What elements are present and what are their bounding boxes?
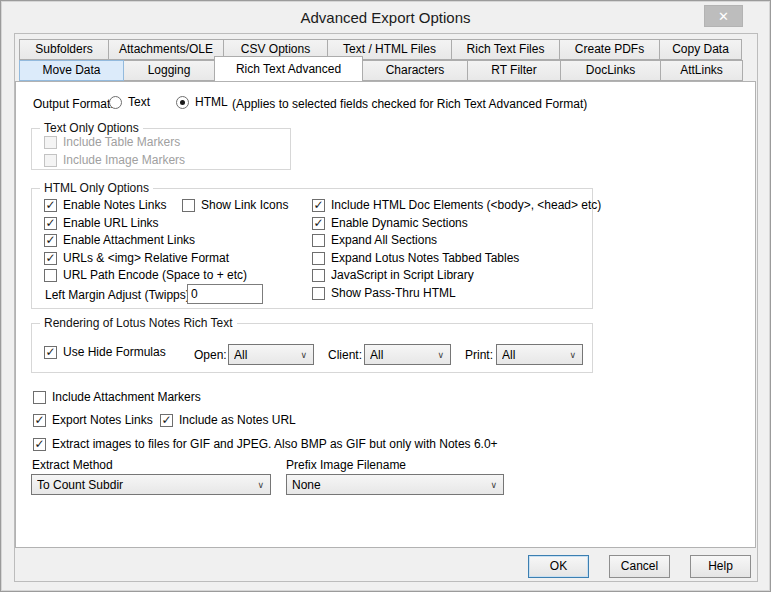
checkbox-expand-all-sections[interactable]: ✓ Expand All Sections — [312, 233, 437, 247]
tab-copy-data[interactable]: Copy Data — [659, 39, 742, 60]
checkbox-javascript-in-script-library[interactable]: ✓ JavaScript in Script Library — [312, 268, 474, 282]
checkbox-url-path-encode[interactable]: ✓ URL Path Encode (Space to + etc) — [44, 268, 247, 282]
checkbox-include-html-doc-elements[interactable]: ✓ Include HTML Doc Elements (<body>, <he… — [312, 198, 601, 212]
prefix-image-filename-dropdown[interactable]: None ∨ — [286, 474, 504, 495]
chevron-down-icon: ∨ — [294, 350, 313, 360]
radio-output-html[interactable]: HTML — [176, 95, 228, 109]
checkbox-extract-images[interactable]: ✓ Extract images to files for GIF and JP… — [33, 437, 498, 451]
dialog-title: Advanced Export Options — [1, 9, 770, 26]
chevron-down-icon: ∨ — [563, 350, 582, 360]
checkbox-include-attachment-markers[interactable]: ✓ Include Attachment Markers — [33, 390, 201, 404]
checkbox-icon: ✓ — [44, 234, 57, 247]
advanced-export-options-dialog: Advanced Export Options ✕ Subfolders Att… — [0, 0, 771, 592]
checkbox-label: Enable Attachment Links — [63, 233, 195, 247]
dropdown-value: All — [502, 348, 563, 362]
open-label: Open: — [194, 348, 227, 362]
tab-rt-filter[interactable]: RT Filter — [467, 60, 561, 81]
checkbox-label: Enable URL Links — [63, 216, 159, 230]
checkbox-icon: ✓ — [182, 199, 195, 212]
check-icon: ✓ — [161, 414, 171, 426]
extract-method-dropdown[interactable]: To Count Subdir ∨ — [31, 474, 271, 495]
chevron-down-icon: ∨ — [251, 480, 270, 490]
close-button[interactable]: ✕ — [704, 5, 743, 27]
checkbox-enable-notes-links[interactable]: ✓ Enable Notes Links — [44, 198, 166, 212]
check-icon: ✓ — [45, 217, 55, 229]
extract-method-label: Extract Method — [32, 458, 113, 472]
checkbox-enable-dynamic-sections[interactable]: ✓ Enable Dynamic Sections — [312, 216, 468, 230]
checkbox-icon: ✓ — [33, 391, 46, 404]
prefix-image-filename-label: Prefix Image Filename — [286, 458, 406, 472]
checkbox-label: Expand All Sections — [331, 233, 437, 247]
tab-rich-text-advanced[interactable]: Rich Text Advanced — [214, 56, 363, 82]
check-icon: ✓ — [34, 438, 44, 450]
tab-attlinks[interactable]: AttLinks — [660, 60, 743, 81]
output-format-label: Output Format: — [33, 97, 114, 111]
tab-page-rich-text-advanced: Output Format: Text HTML (Applies to sel… — [15, 81, 756, 548]
checkbox-label: Show Pass-Thru HTML — [331, 286, 456, 300]
tab-doclinks[interactable]: DocLinks — [560, 60, 661, 81]
check-icon: ✓ — [313, 217, 323, 229]
tab-move-data[interactable]: Move Data — [19, 60, 124, 81]
checkbox-expand-lotus-notes-tabbed-tables[interactable]: ✓ Expand Lotus Notes Tabbed Tables — [312, 251, 519, 265]
checkbox-icon: ✓ — [312, 199, 325, 212]
checkbox-label: JavaScript in Script Library — [331, 268, 474, 282]
client-label: Client: — [328, 348, 362, 362]
group-rendering-rich-text: Rendering of Lotus Notes Rich Text ✓ Use… — [31, 323, 593, 373]
tab-subfolders[interactable]: Subfolders — [19, 39, 109, 60]
chevron-down-icon: ∨ — [431, 350, 450, 360]
open-dropdown[interactable]: All ∨ — [228, 344, 314, 365]
checkbox-icon: ✓ — [44, 217, 57, 230]
checkbox-label: Expand Lotus Notes Tabbed Tables — [331, 251, 519, 265]
radio-output-text[interactable]: Text — [109, 95, 150, 109]
checkbox-use-hide-formulas[interactable]: ✓ Use Hide Formulas — [44, 345, 166, 359]
checkbox-show-link-icons[interactable]: ✓ Show Link Icons — [182, 198, 288, 212]
ok-button[interactable]: OK — [528, 555, 589, 578]
cancel-button[interactable]: Cancel — [609, 555, 670, 578]
checkbox-icon: ✓ — [33, 414, 46, 427]
tab-rich-text-files[interactable]: Rich Text Files — [451, 39, 560, 60]
client-dropdown[interactable]: All ∨ — [364, 344, 451, 365]
left-margin-adjust-label: Left Margin Adjust (Twipps): — [45, 288, 193, 302]
checkbox-icon: ✓ — [312, 287, 325, 300]
tab-characters[interactable]: Characters — [362, 60, 468, 81]
print-dropdown[interactable]: All ∨ — [496, 344, 583, 365]
checkbox-export-notes-links[interactable]: ✓ Export Notes Links — [33, 413, 153, 427]
tab-logging[interactable]: Logging — [123, 60, 215, 81]
checkbox-label: URL Path Encode (Space to + etc) — [63, 268, 247, 282]
close-icon: ✕ — [718, 9, 729, 24]
dropdown-value: All — [370, 348, 431, 362]
checkbox-label: Include as Notes URL — [179, 413, 296, 427]
chevron-down-icon: ∨ — [484, 480, 503, 490]
checkbox-include-as-notes-url[interactable]: ✓ Include as Notes URL — [160, 413, 296, 427]
radio-icon — [176, 96, 189, 109]
checkbox-enable-url-links[interactable]: ✓ Enable URL Links — [44, 216, 159, 230]
checkbox-label: Show Link Icons — [201, 198, 288, 212]
checkbox-include-table-markers: ✓ Include Table Markers — [44, 135, 180, 149]
check-icon: ✓ — [34, 414, 44, 426]
tab-attachments-ole[interactable]: Attachments/OLE — [108, 39, 224, 60]
radio-label: Text — [128, 95, 150, 109]
radio-label: HTML — [195, 95, 228, 109]
help-button[interactable]: Help — [690, 555, 751, 578]
group-html-only-options: HTML Only Options ✓ Enable Notes Links ✓… — [31, 188, 593, 309]
checkbox-label: Include HTML Doc Elements (<body>, <head… — [331, 198, 601, 212]
checkbox-icon: ✓ — [160, 414, 173, 427]
checkbox-icon: ✓ — [44, 136, 57, 149]
checkbox-icon: ✓ — [44, 269, 57, 282]
group-title: HTML Only Options — [40, 181, 153, 195]
left-margin-input[interactable] — [187, 284, 263, 304]
checkbox-icon: ✓ — [312, 217, 325, 230]
checkbox-label: Enable Dynamic Sections — [331, 216, 468, 230]
checkbox-icon: ✓ — [44, 154, 57, 167]
tab-create-pdfs[interactable]: Create PDFs — [559, 39, 660, 60]
check-icon: ✓ — [45, 234, 55, 246]
checkbox-icon: ✓ — [44, 199, 57, 212]
dropdown-value: To Count Subdir — [37, 478, 251, 492]
checkbox-enable-attachment-links[interactable]: ✓ Enable Attachment Links — [44, 233, 195, 247]
checkbox-show-pass-thru-html[interactable]: ✓ Show Pass-Thru HTML — [312, 286, 456, 300]
checkbox-label: Extract images to files for GIF and JPEG… — [52, 437, 498, 451]
check-icon: ✓ — [45, 252, 55, 264]
checkbox-urls-img-relative-format[interactable]: ✓ URLs & <img> Relative Format — [44, 251, 229, 265]
tab-row-1: Subfolders Attachments/OLE CSV Options T… — [19, 39, 741, 60]
check-icon: ✓ — [313, 199, 323, 211]
